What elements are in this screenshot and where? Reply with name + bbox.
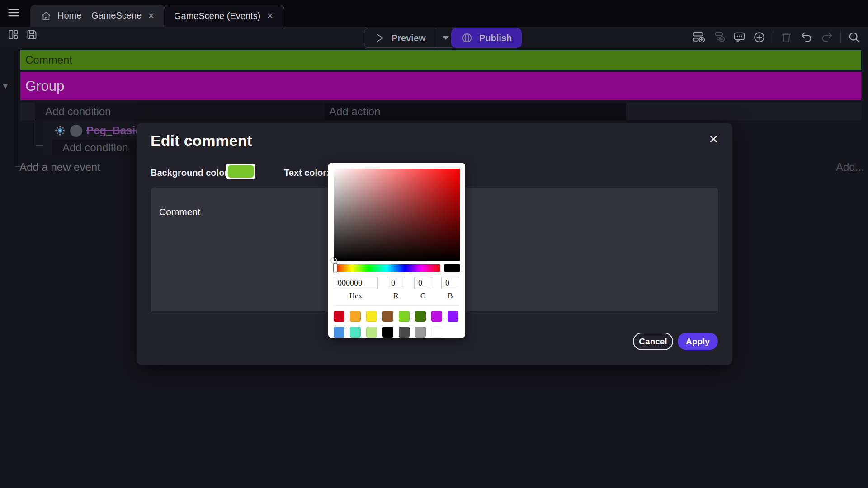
preset-color-swatch[interactable] [415, 311, 426, 322]
apply-button[interactable]: Apply [678, 333, 718, 350]
toolbar-divider [773, 31, 773, 43]
close-icon[interactable]: × [266, 10, 274, 21]
background-color-value [228, 165, 254, 178]
group-event-row[interactable]: Group [20, 72, 861, 100]
add-event-button[interactable] [692, 30, 706, 44]
tree-connector-line [15, 51, 15, 166]
preset-color-swatch[interactable] [448, 311, 458, 322]
background-color-label: Background color: [151, 168, 231, 178]
undo-icon [800, 30, 813, 44]
preset-color-swatch[interactable] [350, 327, 361, 338]
red-input[interactable] [387, 277, 405, 289]
hamburger-icon [6, 6, 21, 19]
preset-color-swatch[interactable] [431, 327, 442, 338]
preset-color-swatch[interactable] [431, 311, 442, 322]
chevron-down-icon [443, 36, 449, 40]
preset-color-swatch[interactable] [382, 311, 393, 322]
preset-color-swatch[interactable] [366, 311, 377, 322]
close-icon[interactable]: × [709, 131, 718, 146]
home-icon [40, 10, 52, 22]
preset-color-swatch[interactable] [382, 327, 393, 338]
save-icon [26, 28, 38, 41]
play-icon [374, 33, 385, 43]
green-label: G [420, 291, 426, 300]
undo-button[interactable] [800, 30, 813, 44]
publish-label: Publish [479, 33, 512, 43]
search-button[interactable] [848, 31, 861, 44]
green-input[interactable] [414, 277, 432, 289]
add-new-event-link[interactable]: Add a new event [19, 161, 100, 174]
text-color-label: Text color: [284, 168, 330, 178]
app-window: Home GameScene × GameScene (Events) × Pr… [0, 0, 868, 488]
preset-colors-row [334, 311, 460, 322]
tab-bar: Home GameScene × GameScene (Events) × [0, 0, 868, 27]
current-color-swatch [444, 264, 460, 272]
publish-button[interactable]: Publish [451, 28, 522, 48]
preview-button-group: Preview [364, 28, 456, 48]
collapse-triangle-icon[interactable]: ▾ [3, 80, 8, 92]
preview-label: Preview [392, 33, 426, 43]
trash-icon [780, 31, 793, 44]
hue-slider-handle[interactable] [333, 263, 337, 272]
add-condition-link[interactable]: Add condition [35, 103, 325, 120]
search-icon [848, 31, 861, 44]
red-label: R [393, 291, 398, 300]
add-circle-button[interactable] [753, 31, 766, 44]
project-manager-icon [7, 28, 19, 41]
add-circle-icon [753, 31, 766, 44]
object-thumbnail [70, 125, 82, 137]
preset-color-swatch[interactable] [399, 327, 410, 338]
background-color-swatch[interactable] [226, 164, 255, 179]
close-icon[interactable]: × [147, 10, 155, 21]
dialog-title: Edit comment [151, 132, 252, 150]
add-subevent-icon [712, 30, 726, 44]
redo-button[interactable] [820, 30, 834, 44]
preset-divider [334, 305, 460, 306]
comment-event-row[interactable]: Comment [20, 50, 861, 70]
blue-label: B [448, 291, 453, 300]
add-action-link[interactable]: Add action [325, 103, 626, 120]
preset-color-swatch[interactable] [415, 327, 426, 338]
project-manager-button[interactable] [7, 28, 19, 41]
main-menu-button[interactable] [5, 6, 22, 20]
hue-slider[interactable] [334, 264, 440, 272]
add-truncated-link[interactable]: Add... [836, 161, 864, 174]
condition-line[interactable]: Peg_Basic [54, 123, 148, 138]
saturation-area[interactable] [334, 169, 460, 261]
comment-event-text: Comment [25, 54, 72, 66]
tab-label: Home [57, 10, 81, 21]
group-event-text: Group [25, 78, 64, 94]
toolbar-divider [840, 31, 841, 43]
standard-event-row: Add condition Add action [20, 103, 861, 120]
preset-color-swatch[interactable] [334, 327, 344, 338]
tab-label: GameScene (Events) [174, 11, 260, 21]
globe-icon [461, 32, 473, 44]
preset-color-swatch[interactable] [350, 311, 361, 322]
add-comment-icon [733, 31, 746, 44]
add-subevent-button[interactable] [712, 30, 726, 44]
delete-button[interactable] [780, 31, 793, 44]
save-button[interactable] [26, 28, 38, 41]
saturation-cursor[interactable] [331, 258, 337, 263]
add-event-icon [692, 30, 706, 44]
preview-button[interactable]: Preview [364, 28, 436, 47]
color-picker-popup: Hex R G B [328, 163, 465, 338]
redo-icon [820, 30, 834, 44]
tab-label: GameScene [91, 10, 142, 21]
behavior-icon [54, 125, 66, 136]
blue-input[interactable] [441, 277, 459, 289]
tab-gamescene[interactable]: GameScene × [81, 5, 165, 27]
preset-color-swatch[interactable] [334, 311, 344, 322]
hex-label: Hex [349, 291, 362, 300]
tab-gamescene-events[interactable]: GameScene (Events) × [164, 5, 284, 27]
add-comment-button[interactable] [733, 31, 746, 44]
preset-colors-row [334, 327, 460, 338]
preset-color-swatch[interactable] [399, 311, 410, 322]
events-toolbar: Preview Publish [0, 27, 868, 47]
tree-connector-line [36, 120, 36, 146]
preset-color-swatch[interactable] [366, 327, 377, 338]
cancel-button[interactable]: Cancel [633, 333, 673, 350]
hex-input[interactable] [334, 277, 378, 289]
